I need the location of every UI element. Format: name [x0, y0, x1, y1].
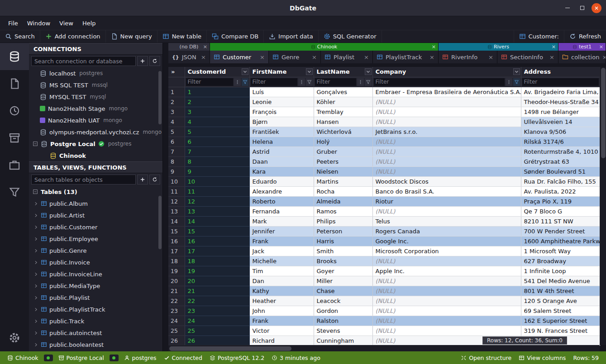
tab-group-no-db[interactable]: (no DB)× [168, 43, 210, 51]
toolbar-search[interactable]: Search [0, 30, 40, 43]
cell-firstname[interactable]: Helena [249, 137, 314, 147]
cell-customerid[interactable]: 22 [185, 296, 249, 306]
close-icon[interactable]: × [260, 54, 265, 61]
cell-firstname[interactable]: Frank [249, 316, 314, 326]
cell-firstname[interactable]: Alexandre [249, 186, 314, 196]
cell-address[interactable]: 1 Infinite Loop [521, 266, 600, 276]
cell-company[interactable]: (NULL) [372, 256, 521, 266]
cell-customerid[interactable]: 16 [185, 236, 249, 246]
cell-lastname[interactable]: Holý [314, 137, 372, 147]
table-item-public-customer[interactable]: public.Customer [29, 221, 162, 233]
connection-olympus-medportal-vychozi-cz[interactable]: olympus-medportal.vychozi.czmongo [29, 126, 162, 138]
column-header-company[interactable]: Company [372, 67, 521, 77]
iconbar-archive[interactable] [0, 124, 29, 151]
cell-firstname[interactable]: Roberto [249, 196, 314, 206]
close-icon[interactable]: × [552, 44, 556, 50]
iconbar-files[interactable] [0, 70, 29, 97]
cell-lastname[interactable]: Harris [314, 236, 372, 246]
table-row[interactable]: 2323JohnGordon(NULL)69 Salem Street [168, 306, 600, 316]
table-item-public-employee[interactable]: public.Employee [29, 233, 162, 245]
table-row[interactable]: 1919TimGoyerApple Inc.1 Infinite Loop [168, 266, 600, 276]
cell-company[interactable]: JetBrains s.r.o. [372, 127, 521, 137]
table-item-public-playlisttrack[interactable]: public.PlaylistTrack [29, 303, 162, 315]
cell-firstname[interactable]: Astrid [249, 147, 314, 156]
table-item-public-mediatype[interactable]: public.MediaType [29, 280, 162, 292]
cell-customerid[interactable]: 7 [185, 147, 249, 156]
table-row[interactable]: 99KaraNielsen(NULL)Sønder Boulevard 51 [168, 166, 600, 176]
row-number[interactable]: 5 [168, 127, 185, 137]
cell-address[interactable]: Klanova 9/506 [521, 127, 600, 137]
cell-firstname[interactable]: Mark [249, 216, 314, 226]
menu-window[interactable]: Window [23, 20, 55, 27]
filter-input-company[interactable] [374, 78, 505, 86]
cell-company[interactable]: (NULL) [372, 166, 521, 176]
row-number[interactable]: 16 [168, 236, 185, 246]
table-row[interactable]: 1212RobertoAlmeidaRioturPraça Pio X, 119 [168, 196, 600, 206]
status-postgre-local[interactable]: Postgre Local [55, 355, 108, 361]
grid-vertical-scrollbar[interactable] [600, 67, 606, 345]
cell-company[interactable]: (NULL) [372, 206, 521, 216]
cell-customerid[interactable]: 12 [185, 196, 249, 206]
iconbar-app-files[interactable] [0, 151, 29, 179]
toolbar-customer[interactable]: Customer: [514, 30, 564, 43]
filter-funnel-icon[interactable] [513, 78, 520, 86]
cell-lastname[interactable]: Ralston [314, 316, 372, 326]
cell-lastname[interactable]: Nielsen [314, 166, 372, 176]
cell-firstname[interactable]: Luís [249, 87, 314, 97]
toolbar-sql-generator[interactable]: SQL Generator [319, 30, 382, 43]
cell-customerid[interactable]: 6 [185, 137, 249, 147]
tab-group-chinook[interactable]: Chinook× [210, 43, 439, 51]
filter-funnel-icon[interactable] [242, 78, 248, 86]
row-number[interactable]: 11 [168, 186, 185, 196]
cell-lastname[interactable]: Rocha [314, 186, 372, 196]
sidebar-scrollbar-thumb[interactable] [158, 71, 162, 124]
cell-address[interactable]: Praça Pio X, 119 [521, 196, 600, 206]
filter-input-lastname[interactable] [315, 78, 356, 86]
cell-company[interactable]: Google Inc. [372, 236, 521, 246]
cell-company[interactable]: Apple Inc. [372, 266, 521, 276]
cell-lastname[interactable]: Tremblay [314, 107, 372, 117]
close-icon[interactable]: × [312, 54, 317, 61]
table-row[interactable]: 44BjørnHansen(NULL)Ullevålsveien 14 [168, 117, 600, 127]
column-header-firstname[interactable]: FirstName [249, 67, 314, 77]
grid-corner[interactable]: » [168, 67, 185, 77]
connection-ms-sql-test[interactable]: MS SQL TESTmssql [29, 79, 162, 91]
cell-address[interactable]: Qe 7 Bloco G [521, 206, 600, 216]
cell-customerid[interactable]: 20 [185, 276, 249, 286]
cell-customerid[interactable]: 19 [185, 266, 249, 276]
cell-customerid[interactable]: 11 [185, 186, 249, 196]
column-header-customerid[interactable]: CustomerId [185, 67, 249, 77]
cell-firstname[interactable]: Daan [249, 156, 314, 166]
cell-lastname[interactable]: Peeters [314, 156, 372, 166]
table-item-public-album[interactable]: public.Album [29, 198, 162, 209]
close-icon[interactable]: × [203, 44, 207, 50]
cell-address[interactable]: Av. Paulista, 2022 [521, 186, 600, 196]
filter-input-firstname[interactable] [251, 78, 297, 86]
row-number[interactable]: 22 [168, 296, 185, 306]
close-icon[interactable]: × [602, 54, 606, 61]
column-dropdown-icon[interactable] [242, 68, 248, 75]
table-row[interactable]: 55FrantišekWichterlováJetBrains s.r.o.Kl… [168, 127, 600, 137]
cell-company[interactable]: (NULL) [372, 156, 521, 166]
row-number[interactable]: 25 [168, 326, 185, 336]
cell-customerid[interactable]: 8 [185, 156, 249, 166]
refresh-tables-button[interactable] [149, 175, 160, 184]
cell-firstname[interactable]: Kara [249, 166, 314, 176]
row-number[interactable]: 6 [168, 137, 185, 147]
table-item-public-artist[interactable]: public.Artist [29, 209, 162, 221]
row-number[interactable]: 18 [168, 256, 185, 266]
cell-company[interactable]: (NULL) [372, 286, 521, 296]
cell-customerid[interactable]: 1 [185, 87, 249, 97]
row-number[interactable]: 1 [168, 87, 185, 97]
table-item-public-booleantest[interactable]: public.booleantest [29, 339, 162, 350]
tab-riverinfo[interactable]: RiverInfo× [439, 51, 497, 63]
column-dropdown-icon[interactable] [306, 68, 313, 75]
table-row[interactable]: 1717JackSmithMicrosoft Corporation1 Micr… [168, 246, 600, 256]
filter-menu-icon[interactable] [506, 78, 512, 86]
tab-group-rivers[interactable]: Rivers× [439, 43, 558, 51]
table-item-public-playlist[interactable]: public.Playlist [29, 292, 162, 303]
connection-search-input[interactable] [31, 56, 136, 66]
row-number[interactable]: 3 [168, 107, 185, 117]
cell-address[interactable]: 120 S Orange Ave [521, 296, 600, 306]
cell-lastname[interactable]: Chase [314, 286, 372, 296]
